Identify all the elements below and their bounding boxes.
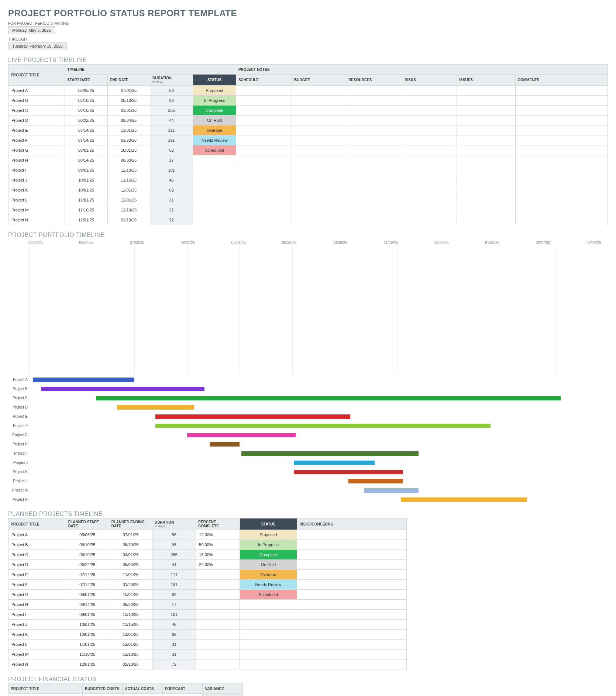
- col-schedule: SCHEDULE: [236, 75, 292, 86]
- table-row: Project M11/10/2512/10/2531: [8, 205, 608, 215]
- col-comments: COMMENTS: [515, 75, 608, 86]
- table-row: Project H08/14/2508/30/2517: [8, 600, 407, 610]
- cell-budget: [292, 185, 346, 195]
- gantt-row-label: Project E: [8, 414, 29, 418]
- cell-pdur: 31: [152, 650, 196, 659]
- cell-end: 08/30/25: [107, 155, 150, 165]
- cell-end: 12/01/25: [107, 195, 150, 205]
- live-section-heading: LIVE PROJECTS TIMELINE: [8, 57, 608, 63]
- cell-comments: [515, 175, 608, 185]
- cell-title: Project I: [8, 610, 66, 620]
- cell-pdur: 93: [152, 540, 196, 550]
- table-row: Project K10/01/2512/01/2562: [8, 630, 407, 640]
- table-row: Project N12/01/2502/10/2672: [8, 215, 608, 225]
- cell-pstart: 05/05/25: [66, 530, 109, 540]
- cell-pdur: 46: [152, 620, 196, 630]
- gantt-row-label: Project G: [8, 433, 29, 437]
- table-row: Project B05/10/2508/10/259350.00%In Prog…: [8, 540, 407, 550]
- cell-duration: 93: [150, 96, 193, 106]
- live-projects-table: PROJECT TITLE TIMELINE PROJECT NOTES STA…: [8, 64, 608, 225]
- cell-pend: 11/15/25: [109, 620, 152, 630]
- cell-pstart: 08/14/25: [66, 600, 109, 610]
- cell-end: 12/10/25: [107, 205, 150, 215]
- col-fb: BUDGETED COSTS: [82, 684, 123, 694]
- cell-status: In Progress: [193, 96, 236, 106]
- cell-issues: [457, 96, 515, 106]
- gantt-bar: [33, 378, 135, 382]
- table-row: Project J10/01/2511/15/2546: [8, 175, 608, 185]
- group-timeline: TIMELINE: [65, 65, 236, 75]
- cell-title: Project B: [8, 96, 65, 106]
- cell-risks: [402, 135, 457, 145]
- cell-resources: [346, 185, 402, 195]
- cell-pdur: 265: [152, 550, 196, 560]
- cell-resources: [346, 175, 402, 185]
- cell-pstart: 10/01/25: [66, 630, 109, 640]
- cell-status: Overdue: [193, 125, 236, 135]
- cell-resources: [346, 155, 402, 165]
- cell-comments: [515, 205, 608, 215]
- cell-resources: [346, 125, 402, 135]
- cell-prisks: [297, 650, 407, 659]
- cell-start: 10/01/25: [65, 175, 107, 185]
- cell-duration: 191: [150, 135, 193, 145]
- cell-end: 08/10/25: [107, 96, 150, 106]
- cell-start: 12/01/25: [65, 215, 107, 225]
- gantt-axis-tick: 08/31/25: [231, 241, 282, 245]
- table-row: Project D06/22/2508/04/254424.00%On Hold: [8, 560, 407, 570]
- cell-pstatus: [240, 640, 297, 650]
- cell-end: 12/10/25: [107, 165, 150, 175]
- cell-end: 01/20/26: [107, 135, 150, 145]
- table-row: Project B05/10/2508/10/2593In Progress: [8, 96, 608, 106]
- cell-risks: [402, 125, 457, 135]
- cell-pend: 12/01/25: [109, 630, 152, 640]
- cell-pdur: 44: [152, 560, 196, 570]
- cell-comments: [515, 165, 608, 175]
- cell-status: Complete: [193, 106, 236, 116]
- cell-issues: [457, 175, 515, 185]
- cell-schedule: [236, 205, 292, 215]
- table-row: Project F07/14/2501/20/26191Needs Review: [8, 135, 608, 145]
- gantt-row: Project N: [8, 495, 608, 504]
- gantt-row-label: Project F: [8, 424, 29, 428]
- group-notes: PROJECT NOTES: [236, 65, 608, 75]
- cell-resources: [346, 135, 402, 145]
- table-row: Project G08/01/2510/01/2562Scheduled: [8, 590, 407, 600]
- cell-pend: 11/01/25: [109, 570, 152, 580]
- cell-end: 10/01/25: [107, 145, 150, 155]
- cell-pct: [196, 630, 240, 640]
- cell-duration: 101: [150, 165, 193, 175]
- cell-risks: [402, 116, 457, 125]
- cell-pend: 12/01/25: [109, 640, 152, 650]
- cell-prisks: [297, 630, 407, 640]
- planned-projects-table: PROJECT TITLE PLANNED START DATE PLANNED…: [8, 518, 407, 669]
- cell-prisks: [297, 600, 407, 610]
- cell-issues: [457, 165, 515, 175]
- cell-comments: [515, 185, 608, 195]
- col-pt: PROJECT TITLE: [8, 518, 66, 530]
- cell-risks: [402, 86, 457, 96]
- cell-status: [193, 195, 236, 205]
- money-cell: $(500.00): [203, 694, 243, 696]
- cell-title: Project D: [8, 116, 65, 125]
- cell-resources: [346, 205, 402, 215]
- cell-prisks: [297, 659, 407, 669]
- cell-resources: [346, 86, 402, 96]
- cell-pstatus: [240, 650, 297, 659]
- cell-pend: 03/01/26: [109, 550, 152, 560]
- cell-end: 12/01/25: [107, 185, 150, 195]
- cell-budget: [292, 175, 346, 185]
- cell-schedule: [236, 135, 292, 145]
- cell-status: Scheduled: [193, 145, 236, 155]
- gantt-bar: [364, 488, 419, 493]
- cell-budget: [292, 116, 346, 125]
- cell-pdur: 62: [152, 630, 196, 640]
- cell-start: 09/01/25: [65, 165, 107, 175]
- cell-schedule: [236, 106, 292, 116]
- gantt-row: Project F: [8, 421, 608, 430]
- cell-title: Project F: [8, 135, 65, 145]
- cell-risks: [402, 205, 457, 215]
- cell-title: Project I: [8, 165, 65, 175]
- cell-resources: [346, 145, 402, 155]
- col-end: END DATE: [107, 75, 150, 86]
